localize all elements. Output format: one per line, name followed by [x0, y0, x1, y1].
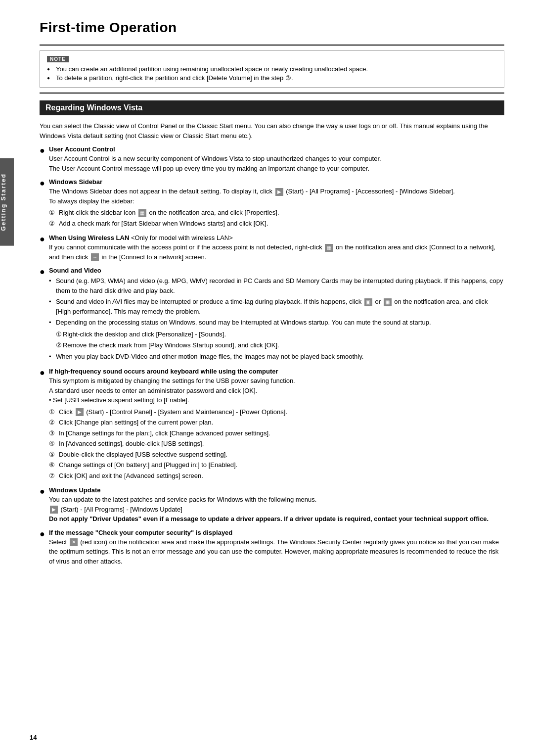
- connect-icon: →: [91, 253, 99, 261]
- bullet-title: User Account Control: [49, 145, 115, 153]
- startup-sub-2: Remove the check mark from [Play Windows…: [56, 340, 504, 350]
- bullet-content: If high-frequency sound occurs around ke…: [49, 368, 504, 481]
- bullet-content: When Using Wireless LAN <Only for model …: [49, 234, 504, 262]
- startup-sub-list: Right-click the desktop and click [Perso…: [56, 330, 504, 350]
- start-icon: ▶: [275, 188, 283, 196]
- sub-item-1: Right-click the sidebar icon ▦ on the no…: [49, 208, 504, 218]
- sound-dot-1: Sound (e.g. MP3, WMA) and video (e.g. MP…: [49, 276, 504, 295]
- network-icon: ▦: [325, 244, 333, 252]
- wireless-lan-subtitle: <Only for model with wireless LAN>: [129, 234, 233, 241]
- bullet-dot: ●: [40, 486, 45, 497]
- sound-dot-3: Depending on the processing status on Wi…: [49, 318, 504, 350]
- bullet-user-account-control: ● User Account Control User Account Cont…: [40, 145, 504, 173]
- usb-sub-6: Change settings of [On battery:] and [Pl…: [49, 460, 504, 470]
- bullet-sound-video: ● Sound and Video Sound (e.g. MP3, WMA) …: [40, 267, 504, 363]
- section-header: Regarding Windows Vista: [40, 100, 504, 115]
- page-number: 14: [30, 734, 37, 741]
- note-item-1: You can create an additional partition u…: [47, 65, 497, 73]
- bullet-content: Windows Sidebar The Windows Sidebar does…: [49, 178, 504, 229]
- bottom-divider: [40, 93, 504, 94]
- bullet-dot: ●: [40, 178, 45, 189]
- usb-sub-4: In [Advanced settings], double-click [US…: [49, 439, 504, 449]
- bullet-content: Sound and Video Sound (e.g. MP3, WMA) an…: [49, 267, 504, 363]
- usb-sub-7: Click [OK] and exit the [Advanced settin…: [49, 471, 504, 481]
- section-intro: You can select the Classic view of Contr…: [40, 121, 504, 141]
- bullet-title: Sound and Video: [49, 267, 101, 274]
- update-warning: Do not apply "Driver Updates" even if a …: [49, 515, 489, 522]
- usb-sub-list: Click ▶ (Start) - [Control Panel] - [Sys…: [49, 407, 504, 481]
- bullet-dot: ●: [40, 368, 45, 378]
- bullet-wireless-lan: ● When Using Wireless LAN <Only for mode…: [40, 234, 504, 262]
- note-label: NOTE: [47, 56, 69, 62]
- sound-dot-4: When you play back DVD-Video and other m…: [49, 352, 504, 362]
- security-icon: ✕: [70, 538, 78, 546]
- bullet-body: Sound (e.g. MP3, WMA) and video (e.g. MP…: [49, 276, 504, 361]
- bullet-body: The Windows Sidebar does not appear in t…: [49, 187, 504, 228]
- bullet-windows-sidebar: ● Windows Sidebar The Windows Sidebar do…: [40, 178, 504, 229]
- sidebar-sub-list: Right-click the sidebar icon ▦ on the no…: [49, 208, 504, 228]
- bullet-body: You can update to the latest patches and…: [49, 495, 504, 524]
- bullet-content: If the message "Check your computer secu…: [49, 529, 504, 567]
- bullet-body: Select ✕ (red icon) on the notification …: [49, 537, 504, 567]
- sound-dot-list: Sound (e.g. MP3, WMA) and video (e.g. MP…: [49, 276, 504, 361]
- bullet-title: When Using Wireless LAN: [49, 234, 129, 241]
- bullet-high-frequency: ● If high-frequency sound occurs around …: [40, 368, 504, 481]
- bullet-dot: ●: [40, 529, 45, 540]
- sub-item-2: Add a check mark for [Start Sidebar when…: [49, 219, 504, 229]
- bullet-title: If high-frequency sound occurs around ke…: [49, 368, 278, 375]
- sidebar-getting-started: Getting Started: [0, 158, 14, 246]
- sidebar-label: Getting Started: [0, 173, 7, 231]
- top-divider: [40, 45, 504, 46]
- page-title: First-time Operation: [40, 20, 504, 36]
- bullet-body: This symptom is mitigated by changing th…: [49, 376, 504, 480]
- perf-icon-1: ▣: [364, 298, 372, 306]
- usb-sub-1: Click ▶ (Start) - [Control Panel] - [Sys…: [49, 407, 504, 417]
- start-icon-3: ▶: [50, 506, 58, 514]
- usb-sub-2: Click [Change plan settings] of the curr…: [49, 418, 504, 427]
- note-box: NOTE You can create an additional partit…: [40, 50, 504, 88]
- bullet-title: Windows Update: [49, 486, 101, 494]
- start-icon-2: ▶: [76, 408, 84, 416]
- sidebar-icon: ▦: [138, 209, 146, 217]
- usb-sub-5: Double-click the displayed [USB selectiv…: [49, 450, 504, 460]
- bullet-security-message: ● If the message "Check your computer se…: [40, 529, 504, 567]
- bullet-windows-update: ● Windows Update You can update to the l…: [40, 486, 504, 524]
- bullet-dot: ●: [40, 267, 45, 278]
- note-list: You can create an additional partition u…: [47, 65, 497, 82]
- bullet-dot: ●: [40, 145, 45, 156]
- bullet-title: If the message "Check your computer secu…: [49, 529, 232, 536]
- bullet-content: User Account Control User Account Contro…: [49, 145, 504, 173]
- bullet-body: If you cannot communicate with the acces…: [49, 242, 504, 262]
- note-item-2: To delete a partition, right-click the p…: [47, 74, 497, 82]
- bullet-body: User Account Control is a new security c…: [49, 154, 504, 173]
- bullet-content: Windows Update You can update to the lat…: [49, 486, 504, 524]
- sound-dot-2: Sound and video in AVI files may be inte…: [49, 297, 504, 316]
- bullet-title: Windows Sidebar: [49, 178, 102, 186]
- bullet-dot: ●: [40, 234, 45, 245]
- perf-icon-2: ▣: [384, 298, 392, 306]
- startup-sub-1: Right-click the desktop and click [Perso…: [56, 330, 504, 339]
- usb-sub-3: In [Change settings for the plan:], clic…: [49, 428, 504, 438]
